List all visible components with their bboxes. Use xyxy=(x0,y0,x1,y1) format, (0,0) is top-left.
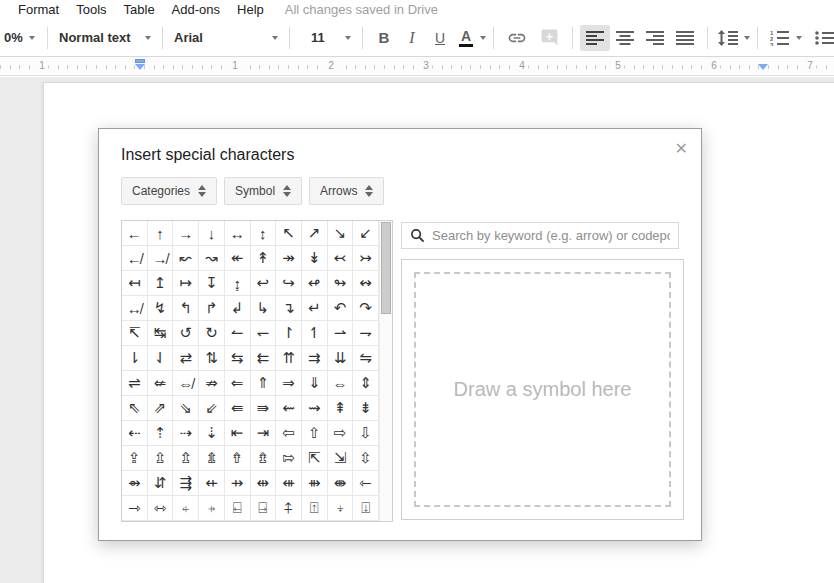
menu-addons[interactable]: Add-ons xyxy=(172,2,220,17)
char-cell[interactable]: ↬ xyxy=(328,271,354,296)
char-cell[interactable]: ⇚ xyxy=(225,396,251,421)
char-cell[interactable]: ⇩ xyxy=(353,421,379,446)
menu-table[interactable]: Table xyxy=(124,2,155,17)
char-cell[interactable]: ↟ xyxy=(251,246,277,271)
char-cell[interactable]: ← xyxy=(122,221,148,246)
char-cell[interactable]: ↘ xyxy=(328,221,354,246)
char-cell[interactable]: ↗ xyxy=(302,221,328,246)
char-cell[interactable]: ↪ xyxy=(276,271,302,296)
align-right-button[interactable] xyxy=(640,25,670,51)
char-cell[interactable]: ↦ xyxy=(173,271,199,296)
char-cell[interactable]: ⇡ xyxy=(148,421,174,446)
chevron-down-icon[interactable] xyxy=(796,36,802,40)
char-cell[interactable]: ↡ xyxy=(302,246,328,271)
char-cell[interactable]: ↯ xyxy=(148,296,174,321)
char-cell[interactable]: ↲ xyxy=(225,296,251,321)
char-cell[interactable]: ⇃ xyxy=(148,346,174,371)
first-line-indent-marker[interactable] xyxy=(135,59,145,63)
char-cell[interactable]: ⇒ xyxy=(276,371,302,396)
char-cell[interactable]: ⇸ xyxy=(225,471,251,496)
align-justify-button[interactable] xyxy=(670,25,700,51)
char-cell[interactable]: ⇌ xyxy=(122,371,148,396)
bulleted-list-button[interactable] xyxy=(810,25,834,51)
char-cell[interactable]: ↣ xyxy=(353,246,379,271)
char-cell[interactable]: ⍅ xyxy=(173,496,199,521)
char-cell[interactable]: ↛ xyxy=(148,246,174,271)
char-cell[interactable]: ↳ xyxy=(251,296,277,321)
char-cell[interactable]: ↤ xyxy=(122,271,148,296)
char-cell[interactable]: ⇄ xyxy=(173,346,199,371)
char-cell[interactable]: ⇭ xyxy=(199,446,225,471)
char-cell[interactable]: ↧ xyxy=(199,271,225,296)
char-cell[interactable]: ↴ xyxy=(276,296,302,321)
char-cell[interactable]: ⇺ xyxy=(276,471,302,496)
char-cell[interactable]: ⇍ xyxy=(148,371,174,396)
char-cell[interactable]: → xyxy=(173,221,199,246)
paragraph-style-select[interactable]: Normal text xyxy=(55,25,155,51)
char-cell[interactable]: ⇆ xyxy=(225,346,251,371)
char-cell[interactable]: ↝ xyxy=(199,246,225,271)
font-family-select[interactable]: Arial xyxy=(170,25,282,51)
text-color-button[interactable]: A xyxy=(454,25,478,51)
char-cell[interactable]: ⇹ xyxy=(251,471,277,496)
bold-button[interactable]: B xyxy=(370,25,398,51)
char-cell[interactable]: ⍆ xyxy=(199,496,225,521)
char-cell[interactable]: ⇉ xyxy=(302,346,328,371)
char-cell[interactable]: ↢ xyxy=(328,246,354,271)
arrows-dropdown[interactable]: Arrows xyxy=(309,177,384,205)
numbered-list-button[interactable]: 123 xyxy=(765,25,793,51)
char-cell[interactable]: ↞ xyxy=(225,246,251,271)
char-cell[interactable]: ↭ xyxy=(353,271,379,296)
menu-tools[interactable]: Tools xyxy=(76,2,106,17)
char-cell[interactable]: ⇋ xyxy=(353,346,379,371)
char-cell[interactable]: ↾ xyxy=(276,321,302,346)
menu-help[interactable]: Help xyxy=(237,2,264,17)
char-cell[interactable]: ↜ xyxy=(173,246,199,271)
char-cell[interactable]: ↽ xyxy=(251,321,277,346)
add-comment-button[interactable] xyxy=(533,25,565,51)
char-cell[interactable]: ⇻ xyxy=(302,471,328,496)
char-cell[interactable]: ⇿ xyxy=(148,496,174,521)
grid-scrollbar[interactable] xyxy=(379,221,392,521)
italic-button[interactable]: I xyxy=(398,25,426,51)
char-cell[interactable]: ⇥ xyxy=(251,421,277,446)
char-cell[interactable]: ↼ xyxy=(225,321,251,346)
symbol-dropdown[interactable]: Symbol xyxy=(224,177,302,205)
chevron-down-icon[interactable] xyxy=(744,36,750,40)
char-cell[interactable]: ⇂ xyxy=(122,346,148,371)
char-cell[interactable]: ↸ xyxy=(122,321,148,346)
char-cell[interactable]: ↩ xyxy=(251,271,277,296)
char-cell[interactable]: ⇢ xyxy=(173,421,199,446)
char-cell[interactable]: ⇾ xyxy=(122,496,148,521)
char-cell[interactable]: ↰ xyxy=(173,296,199,321)
char-cell[interactable]: ↨ xyxy=(225,271,251,296)
char-cell[interactable]: ↕ xyxy=(251,221,277,246)
char-cell[interactable]: ⇮ xyxy=(225,446,251,471)
char-cell[interactable]: ⇷ xyxy=(199,471,225,496)
char-cell[interactable]: ⇼ xyxy=(328,471,354,496)
right-indent-marker[interactable] xyxy=(758,64,768,70)
insert-link-button[interactable] xyxy=(501,25,533,51)
char-cell[interactable]: ↠ xyxy=(276,246,302,271)
char-cell[interactable]: ⇽ xyxy=(353,471,379,496)
char-cell[interactable]: ↖ xyxy=(276,221,302,246)
char-cell[interactable]: ⇇ xyxy=(251,346,277,371)
menu-format[interactable]: Format xyxy=(18,2,59,17)
char-cell[interactable]: ⇪ xyxy=(122,446,148,471)
char-cell[interactable]: ↙ xyxy=(353,221,379,246)
char-cell[interactable]: ↱ xyxy=(199,296,225,321)
char-cell[interactable]: ⇗ xyxy=(148,396,174,421)
char-cell[interactable]: ⍗ xyxy=(353,496,379,521)
char-cell[interactable]: ↑ xyxy=(148,221,174,246)
char-cell[interactable]: ⇯ xyxy=(251,446,277,471)
char-cell[interactable]: ⇳ xyxy=(353,446,379,471)
char-cell[interactable]: ⇞ xyxy=(328,396,354,421)
char-cell[interactable]: ⇤ xyxy=(225,421,251,446)
grid-scrollbar-thumb[interactable] xyxy=(381,222,391,314)
char-cell[interactable]: ↓ xyxy=(199,221,225,246)
char-cell[interactable]: ⇶ xyxy=(173,471,199,496)
char-cell[interactable]: ⍏ xyxy=(276,496,302,521)
char-cell[interactable]: ⇬ xyxy=(173,446,199,471)
char-cell[interactable]: ⇑ xyxy=(251,371,277,396)
char-cell[interactable]: ⇲ xyxy=(328,446,354,471)
